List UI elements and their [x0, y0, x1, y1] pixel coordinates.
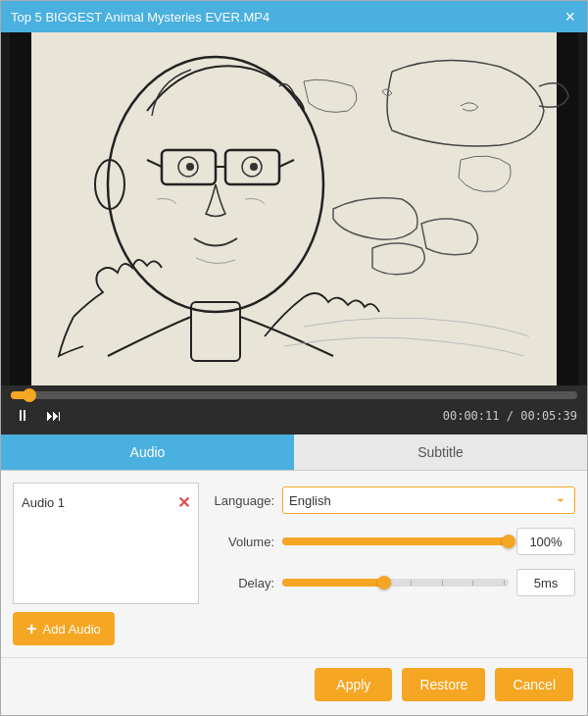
svg-point-12 — [186, 163, 194, 171]
delay-row: Delay: 5ms — [211, 569, 575, 596]
audio-item-label: Audio 1 — [22, 495, 65, 510]
progress-bar[interactable] — [11, 391, 577, 399]
controls-row: ⏸ ⏭ 00:00:11 / 00:05:39 — [11, 405, 577, 427]
fast-forward-button[interactable]: ⏭ — [42, 405, 66, 427]
plus-icon: + — [26, 620, 37, 638]
total-time: 00:05:39 — [520, 409, 577, 423]
cancel-button[interactable]: Cancel — [495, 668, 573, 701]
language-row: Language: English French Spanish German … — [211, 486, 575, 514]
audio-item-remove-button[interactable]: ✕ — [177, 493, 190, 512]
svg-rect-2 — [557, 32, 578, 385]
pause-button[interactable]: ⏸ — [11, 405, 34, 427]
apply-button[interactable]: Apply — [315, 668, 392, 701]
progress-thumb — [23, 388, 36, 402]
settings-panel: Language: English French Spanish German … — [211, 483, 575, 645]
window-title: Top 5 BIGGEST Animal Mysteries EVER.MP4 — [11, 10, 270, 25]
video-canvas — [1, 32, 587, 385]
time-display: 00:00:11 / 00:05:39 — [443, 409, 577, 423]
delay-value[interactable]: 5ms — [516, 569, 575, 596]
add-audio-button[interactable]: + Add Audio — [13, 612, 115, 645]
svg-rect-1 — [10, 32, 31, 385]
audio-list-panel: Audio 1 ✕ + Add Audio — [13, 483, 199, 645]
language-label: Language: — [211, 493, 274, 508]
language-select[interactable]: English French Spanish German Chinese Ja… — [282, 486, 575, 514]
volume-value[interactable]: 100% — [516, 528, 575, 555]
volume-fill — [282, 537, 509, 545]
time-separator: / — [507, 409, 520, 423]
delay-label: Delay: — [211, 576, 274, 590]
restore-button[interactable]: Restore — [402, 668, 485, 701]
audio-items-box: Audio 1 ✕ — [13, 483, 199, 604]
svg-point-13 — [250, 163, 258, 171]
volume-slider[interactable] — [282, 537, 509, 545]
video-area — [1, 32, 587, 385]
current-time: 00:00:11 — [443, 409, 500, 423]
delay-slider[interactable] — [282, 579, 509, 587]
main-window: Top 5 BIGGEST Animal Mysteries EVER.MP4 … — [0, 0, 588, 716]
tab-audio[interactable]: Audio — [1, 435, 294, 470]
pause-icon: ⏸ — [15, 407, 30, 425]
audio-item: Audio 1 ✕ — [20, 489, 192, 516]
bottom-buttons: Apply Restore Cancel — [1, 657, 587, 715]
volume-row: Volume: 100% — [211, 528, 575, 555]
title-bar: Top 5 BIGGEST Animal Mysteries EVER.MP4 … — [1, 1, 587, 32]
delay-thumb — [377, 576, 391, 589]
volume-thumb — [502, 535, 515, 548]
controls-left: ⏸ ⏭ — [11, 405, 66, 427]
add-audio-label: Add Audio — [43, 622, 101, 637]
tab-subtitle[interactable]: Subtitle — [294, 435, 587, 470]
volume-label: Volume: — [211, 535, 274, 549]
fast-forward-icon: ⏭ — [46, 407, 62, 425]
delay-fill — [282, 579, 384, 587]
content-area: Audio 1 ✕ + Add Audio Language: English … — [1, 471, 587, 657]
controls-bar: ⏸ ⏭ 00:00:11 / 00:05:39 — [1, 385, 587, 435]
tabs-row: Audio Subtitle — [1, 435, 587, 471]
close-button[interactable]: × — [563, 8, 577, 26]
